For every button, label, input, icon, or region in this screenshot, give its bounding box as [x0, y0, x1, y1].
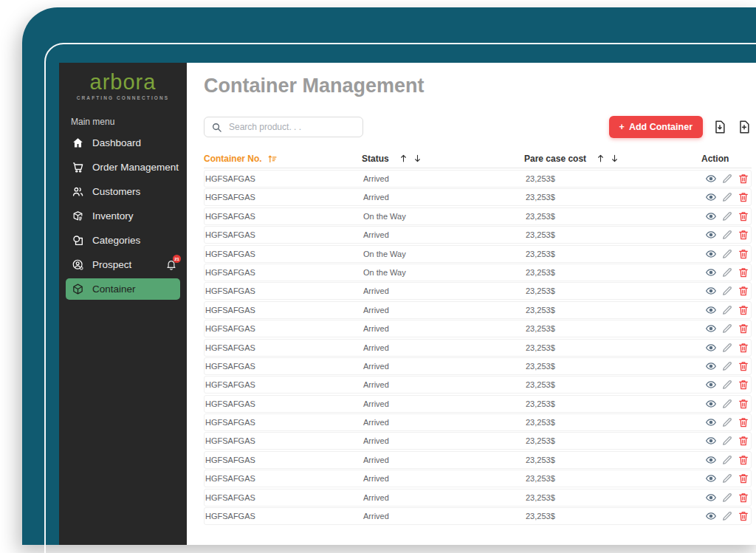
trash-icon[interactable] [738, 323, 749, 334]
cell-container-no: HGFSAFGAS [205, 193, 362, 202]
trash-icon[interactable] [738, 285, 749, 297]
eye-icon[interactable] [705, 342, 717, 354]
trash-icon[interactable] [738, 304, 749, 316]
sidebar-item-customers[interactable]: Customers [59, 179, 187, 204]
eye-icon[interactable] [705, 173, 717, 185]
trash-icon[interactable] [738, 210, 749, 222]
sidebar-item-inventory[interactable]: Inventory [59, 204, 187, 228]
sort-up-icon[interactable] [596, 154, 605, 163]
pencil-icon[interactable] [721, 210, 733, 222]
pencil-icon[interactable] [721, 229, 733, 241]
pencil-icon[interactable] [721, 173, 733, 185]
sidebar-item-dashboard[interactable]: Dashboard [59, 131, 187, 155]
trash-icon[interactable] [738, 416, 749, 428]
cell-actions [702, 323, 751, 334]
sort-down-icon[interactable] [610, 154, 619, 163]
eye-icon[interactable] [705, 416, 717, 428]
cell-cost: 23,253$ [525, 493, 702, 502]
table-row: HGFSAFGAS Arrived 23,253$ [204, 320, 752, 337]
cell-container-no: HGFSAFGAS [205, 512, 362, 521]
pencil-icon[interactable] [721, 398, 733, 410]
eye-icon[interactable] [705, 473, 717, 484]
sort-asc-icon[interactable] [267, 154, 278, 164]
eye-icon[interactable] [705, 210, 717, 222]
pencil-icon[interactable] [721, 248, 733, 260]
cell-container-no: HGFSAFGAS [205, 493, 362, 502]
pencil-icon[interactable] [721, 285, 733, 297]
file-add-icon[interactable] [737, 120, 752, 134]
logo-tagline: CRAFTING CONNECTIONS [59, 95, 187, 100]
pencil-icon[interactable] [721, 323, 733, 334]
cell-actions [702, 454, 751, 466]
cell-status: On the Way [362, 250, 525, 258]
trash-icon[interactable] [738, 454, 749, 466]
trash-icon[interactable] [738, 267, 749, 278]
toolbar-right: + Add Container [609, 116, 752, 138]
search-box[interactable] [204, 117, 363, 137]
sort-down-icon[interactable] [413, 154, 422, 163]
pencil-icon[interactable] [721, 492, 733, 504]
trash-icon[interactable] [738, 173, 749, 185]
pencil-icon[interactable] [721, 435, 733, 447]
eye-icon[interactable] [705, 304, 717, 316]
notification-bell[interactable]: 21 [165, 258, 178, 271]
pencil-icon[interactable] [721, 416, 733, 428]
trash-icon[interactable] [738, 191, 749, 203]
sort-up-icon[interactable] [399, 154, 408, 163]
sidebar-item-container[interactable]: Container [66, 278, 180, 300]
eye-icon[interactable] [705, 229, 717, 241]
eye-icon[interactable] [705, 398, 717, 410]
pencil-icon[interactable] [721, 267, 733, 278]
pencil-icon[interactable] [721, 191, 733, 203]
cell-cost: 23,253$ [525, 456, 702, 464]
cell-cost: 23,253$ [525, 193, 702, 202]
trash-icon[interactable] [738, 248, 749, 260]
cell-status: Arrived [362, 174, 525, 183]
trash-icon[interactable] [738, 379, 749, 391]
eye-icon[interactable] [705, 323, 717, 334]
pencil-icon[interactable] [721, 473, 733, 484]
file-download-icon[interactable] [712, 120, 727, 134]
pencil-icon[interactable] [721, 510, 733, 522]
trash-icon[interactable] [738, 492, 749, 504]
eye-icon[interactable] [705, 454, 717, 466]
eye-icon[interactable] [705, 360, 717, 372]
pencil-icon[interactable] [721, 454, 733, 466]
sidebar-menu: Dashboard Order Management Customers Inv… [59, 131, 187, 300]
cell-cost: 23,253$ [525, 268, 702, 277]
table-row: HGFSAFGAS On the Way 23,253$ [204, 245, 752, 263]
column-container-no[interactable]: Container No. [204, 154, 362, 164]
table-row: HGFSAFGAS On the Way 23,253$ [204, 207, 752, 225]
trash-icon[interactable] [738, 435, 749, 447]
pencil-icon[interactable] [721, 342, 733, 354]
add-container-button[interactable]: + Add Container [609, 116, 703, 138]
eye-icon[interactable] [705, 267, 717, 278]
pencil-icon[interactable] [721, 304, 733, 316]
eye-icon[interactable] [705, 435, 717, 447]
trash-icon[interactable] [738, 360, 749, 372]
eye-icon[interactable] [705, 379, 717, 391]
sidebar-item-categories[interactable]: Categories [59, 228, 187, 253]
plus-icon: + [619, 122, 625, 132]
search-input[interactable] [227, 121, 356, 133]
table-header: Container No. Status Pare case cost [204, 149, 752, 168]
trash-icon[interactable] [738, 510, 749, 522]
eye-icon[interactable] [705, 510, 717, 522]
trash-icon[interactable] [738, 473, 749, 484]
trash-icon[interactable] [738, 342, 749, 354]
container-icon [72, 283, 84, 295]
trash-icon[interactable] [738, 229, 749, 241]
sidebar-item-order-management[interactable]: Order Management [59, 155, 187, 179]
sidebar-item-prospect[interactable]: Prospect 21 [59, 253, 187, 277]
table-row: HGFSAFGAS Arrived 23,253$ [204, 489, 752, 506]
table-row: HGFSAFGAS Arrived 23,253$ [204, 282, 752, 300]
eye-icon[interactable] [705, 492, 717, 504]
eye-icon[interactable] [705, 191, 717, 203]
eye-icon[interactable] [705, 285, 717, 297]
cell-cost: 23,253$ [525, 230, 702, 239]
pencil-icon[interactable] [721, 379, 733, 391]
pencil-icon[interactable] [721, 360, 733, 372]
trash-icon[interactable] [738, 398, 749, 410]
eye-icon[interactable] [705, 248, 717, 260]
notification-badge: 21 [173, 255, 181, 263]
